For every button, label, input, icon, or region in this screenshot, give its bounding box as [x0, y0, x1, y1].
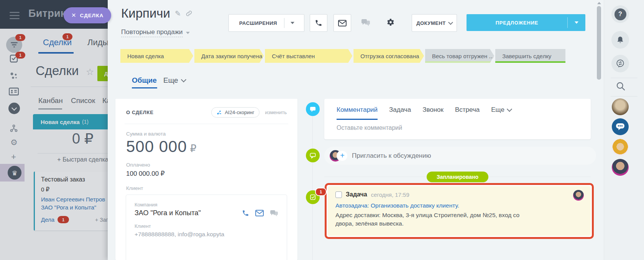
sum-label: Сумма и валюта	[126, 131, 287, 137]
currency-symbol: ₽	[190, 143, 197, 155]
divider	[611, 96, 637, 96]
chat-button[interactable]	[357, 14, 374, 31]
chevron-down-icon	[181, 77, 186, 82]
scoring-label: AI24-скоринг	[225, 110, 254, 115]
notifications-button[interactable]	[611, 31, 629, 49]
ai-scoring-button[interactable]: AI24-скоринг	[211, 107, 260, 118]
client-label: Клиент	[126, 185, 287, 191]
timeline-comment-icon	[306, 102, 320, 116]
client-chat-icon[interactable]	[270, 210, 278, 217]
task-checkbox[interactable]	[335, 191, 342, 198]
tab-more[interactable]: Еще	[163, 76, 186, 85]
avatar[interactable]	[612, 159, 629, 176]
task-link[interactable]: Автозадача: Организовать доставку клиент…	[335, 202, 583, 209]
avatar[interactable]	[612, 139, 629, 155]
invite-to-discussion[interactable]: Пригласить к обсуждению	[324, 147, 596, 165]
stage-invoice-sent[interactable]: Счёт выставлен	[265, 49, 352, 63]
sum-value: 500 000	[126, 137, 187, 156]
company-name[interactable]: ЗАО "Рога и Копыта"	[135, 209, 201, 217]
edit-title-icon[interactable]	[175, 9, 181, 18]
close-icon[interactable]	[71, 12, 76, 19]
client-call-icon[interactable]	[242, 209, 249, 217]
document-label: ДОКУМЕНТ	[416, 20, 446, 26]
client-email-icon[interactable]	[255, 210, 264, 216]
divider	[611, 78, 637, 78]
client-card: Компания ЗАО "Рога и Копыта" Клиент +788…	[126, 195, 287, 260]
extensions-label: РАСШИРЕНИЯ	[232, 20, 284, 26]
proposal-dropdown[interactable]	[568, 21, 585, 24]
task-count-badge: 1	[315, 188, 327, 196]
timeline-tab-task[interactable]: Задача	[389, 106, 411, 119]
deal-title[interactable]: Кирпичи	[121, 6, 170, 21]
panel-scrollbar[interactable]	[596, 0, 601, 260]
stage-new-deal[interactable]: Новая сделка	[120, 49, 193, 63]
timeline-group: Запланировано	[324, 172, 591, 182]
about-deal-card: О СДЕЛКЕ AI24-скоринг изменить Сумма и в…	[115, 99, 297, 260]
task-description: Адрес доставки: Москва, 3-я улица Строит…	[335, 211, 524, 228]
chevron-down-icon	[291, 22, 294, 24]
group-chat-icon	[616, 123, 625, 131]
add-participant-icon	[337, 151, 347, 161]
copy-link-icon[interactable]	[186, 10, 192, 17]
stage-purchase-date[interactable]: Дата закупки получена	[194, 49, 264, 63]
timeline-tab-more[interactable]: Еще	[491, 106, 511, 119]
invite-label: Пригласить к обсуждению	[352, 152, 431, 160]
proposal-label: ПРЕДЛОЖЕНИЕ	[467, 20, 567, 26]
document-button[interactable]: ДОКУМЕНТ	[412, 14, 457, 32]
messenger-button[interactable]	[611, 55, 629, 72]
call-button[interactable]	[310, 14, 327, 32]
help-button[interactable]	[611, 5, 629, 23]
contact-value[interactable]: +78888888888, info@roga.kopyta	[135, 231, 278, 238]
settings-button[interactable]	[382, 14, 399, 31]
email-button[interactable]	[334, 14, 351, 32]
timeline-line	[312, 109, 313, 260]
scrollbar-thumb[interactable]	[597, 6, 601, 80]
scoring-molecule-icon	[217, 110, 222, 115]
contact-label: Клиент	[135, 223, 278, 229]
scroll-up-arrow[interactable]	[597, 2, 601, 4]
avatar	[573, 190, 584, 201]
task-highlight-frame: Задача сегодня, 17:59 Автозадача: Органи…	[325, 183, 594, 239]
company-label: Компания	[135, 202, 278, 208]
right-sidebar	[604, 0, 644, 260]
tab-general[interactable]: Общие	[132, 76, 157, 85]
about-header: О СДЕЛКЕ	[126, 110, 153, 115]
task-time: сегодня, 17:59	[371, 191, 409, 198]
comment-box: Комментарий Задача Звонок Встреча Еще Ос…	[324, 99, 591, 139]
edit-fields-link[interactable]: изменить	[265, 110, 287, 115]
deal-slider-panel: Кирпичи Повторные продажи РАСШИРЕНИЯ ДОК…	[108, 0, 604, 260]
dim-overlay	[0, 0, 108, 260]
comment-input[interactable]: Оставьте комментарий	[324, 120, 591, 131]
stage-goods-shipped[interactable]: Весь товар отгружен ...	[425, 49, 494, 63]
avatar[interactable]	[612, 98, 629, 115]
search-icon	[616, 81, 626, 92]
tab-underline	[132, 87, 157, 88]
chevron-down-icon	[448, 20, 453, 25]
chevron-down-icon	[575, 21, 578, 24]
pipeline-selector[interactable]: Повторные продажи	[121, 28, 183, 37]
planned-badge: Запланировано	[427, 172, 488, 182]
question-icon	[614, 8, 626, 20]
task-type[interactable]: Задача	[346, 191, 367, 198]
slider-entity-label: СДЕЛКА	[80, 13, 104, 18]
sum-value-row[interactable]: 500 000 ₽	[126, 137, 287, 156]
timeline-tab-meeting[interactable]: Встреча	[455, 106, 480, 119]
extensions-button[interactable]: РАСШИРЕНИЯ	[228, 14, 304, 32]
timeline-discussion-icon	[306, 149, 320, 162]
timeline-tab-comment[interactable]: Комментарий	[337, 106, 378, 120]
chat-exchange-icon	[616, 59, 625, 68]
paid-label: Оплачено	[126, 162, 287, 168]
slider-entity-badge: СДЕЛКА	[64, 7, 111, 23]
chevron-down-icon	[507, 106, 512, 112]
paid-value: 100 000.00 ₽	[126, 170, 287, 178]
group-chat-avatar[interactable]	[612, 118, 629, 135]
deal-stage-bar: Новая сделка Дата закупки получена Счёт …	[120, 49, 565, 63]
stage-close-deal[interactable]: Завершить сделку	[495, 49, 565, 63]
search-button[interactable]	[616, 81, 626, 92]
bell-icon	[616, 36, 624, 44]
screen: Битрикс24 1 1	[0, 0, 644, 260]
timeline-tab-call[interactable]: Звонок	[422, 106, 444, 119]
task-entry[interactable]: Задача сегодня, 17:59 Автозадача: Органи…	[328, 186, 591, 236]
stage-shipping-agreed[interactable]: Отгрузка согласована	[353, 49, 424, 63]
proposal-button[interactable]: ПРЕДЛОЖЕНИЕ	[467, 14, 585, 31]
